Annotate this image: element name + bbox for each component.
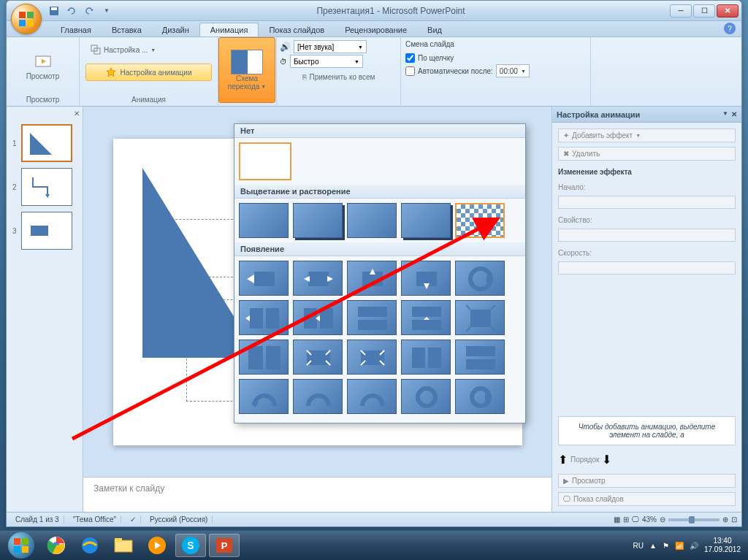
transition-item[interactable] <box>347 379 397 414</box>
panel-close-icon[interactable]: ✕ <box>74 110 80 118</box>
ie-icon[interactable] <box>75 534 105 557</box>
start-dropdown[interactable] <box>558 196 736 209</box>
custom-animation-button[interactable]: Настройка анимации <box>85 64 212 81</box>
svg-text:P: P <box>221 540 228 551</box>
transition-item[interactable] <box>455 300 505 335</box>
taskpane-dropdown-icon[interactable]: ▼ <box>722 110 728 118</box>
transition-item[interactable] <box>239 379 289 414</box>
office-button[interactable] <box>11 4 42 34</box>
tab-insert[interactable]: Вставка <box>102 23 152 37</box>
preview-button[interactable]: Просмотр <box>9 39 76 94</box>
transition-item[interactable] <box>239 300 289 335</box>
zoom-out-icon[interactable]: ⊖ <box>660 515 665 523</box>
transition-none[interactable] <box>239 142 291 180</box>
transition-item[interactable] <box>401 261 451 296</box>
reorder-up-icon[interactable]: ⬆ <box>558 453 568 467</box>
svg-rect-22 <box>412 320 441 330</box>
slideshow-button[interactable]: 🖵Показ слайдов <box>558 492 736 506</box>
tab-home[interactable]: Главная <box>50 23 102 37</box>
transition-item[interactable] <box>401 340 451 375</box>
slide-thumb-3[interactable] <box>21 212 72 250</box>
tray-network-icon[interactable]: 📶 <box>675 542 684 550</box>
tab-animation[interactable]: Анимация <box>199 23 259 37</box>
transition-item[interactable] <box>347 300 397 335</box>
transition-dissolve[interactable] <box>455 203 505 238</box>
view-slideshow-icon[interactable]: 🖵 <box>632 515 639 523</box>
transition-item[interactable] <box>401 300 451 335</box>
transition-item[interactable] <box>239 261 289 296</box>
remove-effect-button[interactable]: ✖ Удалить <box>558 147 736 161</box>
svg-rect-24 <box>248 346 263 369</box>
transition-item[interactable] <box>455 340 505 375</box>
property-dropdown[interactable] <box>558 229 736 242</box>
transition-scheme-button[interactable]: Схема перехода▼ <box>218 37 275 103</box>
transition-item[interactable] <box>401 379 451 414</box>
tab-slideshow[interactable]: Показ слайдов <box>259 23 335 37</box>
redo-icon[interactable] <box>83 4 96 18</box>
spellcheck-icon[interactable]: ✓ <box>126 515 141 523</box>
maximize-button[interactable]: ☐ <box>693 4 715 18</box>
transition-sound-dropdown[interactable]: [Нет звука]▼ <box>294 40 367 53</box>
svg-rect-28 <box>412 348 425 368</box>
transition-item[interactable] <box>293 379 343 414</box>
tray-clock[interactable]: 13:40 17.09.2012 <box>704 537 741 554</box>
powerpoint-taskbar-icon[interactable]: P <box>209 534 240 557</box>
apply-to-all-button[interactable]: ⎘ Применить ко всем <box>280 69 397 84</box>
svg-rect-26 <box>307 350 330 365</box>
transition-fade-2[interactable] <box>293 203 343 238</box>
tab-view[interactable]: Вид <box>417 23 452 37</box>
language-label[interactable]: Русский (Россия) <box>145 515 213 523</box>
tray-arrow-icon[interactable]: ▲ <box>649 542 657 550</box>
on-click-checkbox[interactable] <box>405 53 415 63</box>
transition-item[interactable] <box>293 300 343 335</box>
start-button[interactable] <box>3 532 39 559</box>
fit-to-window-icon[interactable]: ⊡ <box>731 515 737 523</box>
tray-flag-icon[interactable]: ⚑ <box>663 542 669 550</box>
tab-design[interactable]: Дизайн <box>152 23 199 37</box>
play-button[interactable]: ▶Просмотр <box>558 474 736 488</box>
transition-speed-dropdown[interactable]: Быстро▼ <box>290 55 363 68</box>
tray-volume-icon[interactable]: 🔊 <box>690 542 698 550</box>
transition-fade-1[interactable] <box>239 203 289 238</box>
svg-rect-38 <box>22 546 28 553</box>
view-normal-icon[interactable]: ▦ <box>614 515 620 523</box>
transition-item[interactable] <box>455 379 505 414</box>
wmp-icon[interactable] <box>142 534 172 557</box>
notes-area[interactable]: Заметки к слайду <box>83 477 552 512</box>
chrome-icon[interactable] <box>41 534 72 557</box>
zoom-in-icon[interactable]: ⊕ <box>722 515 728 523</box>
minimize-button[interactable]: ─ <box>670 4 692 18</box>
tray-lang[interactable]: RU <box>633 542 644 550</box>
transition-item[interactable] <box>293 261 343 296</box>
transition-item[interactable] <box>347 340 397 375</box>
transition-item[interactable] <box>293 340 343 375</box>
tab-review[interactable]: Рецензирование <box>335 23 417 37</box>
speed-dropdown[interactable] <box>558 261 736 275</box>
transition-fade-4[interactable] <box>401 203 451 238</box>
auto-after-checkbox[interactable] <box>405 66 415 76</box>
close-button[interactable]: ✕ <box>717 4 739 18</box>
explorer-icon[interactable] <box>108 534 139 557</box>
taskpane-close-icon[interactable]: ✕ <box>731 110 737 118</box>
slide-thumb-1[interactable] <box>21 124 72 162</box>
animate-dropdown[interactable]: Настройка ...▼ <box>85 42 161 58</box>
add-effect-button[interactable]: ✦ Добавить эффект▼ <box>558 129 736 142</box>
help-icon[interactable]: ? <box>724 23 736 34</box>
skype-icon[interactable]: S <box>175 534 206 557</box>
transition-item[interactable] <box>347 261 397 296</box>
statusbar: Слайд 1 из 3 "Тема Office" ✓ Русский (Ро… <box>7 512 741 526</box>
slide-thumb-2[interactable] <box>21 168 72 206</box>
svg-rect-29 <box>428 348 441 368</box>
transition-item[interactable] <box>455 261 505 296</box>
qat-dropdown-icon[interactable]: ▼ <box>100 4 113 18</box>
auto-after-time-input[interactable]: 00:00▼ <box>496 64 530 77</box>
transition-item[interactable] <box>239 340 289 375</box>
zoom-slider[interactable] <box>668 518 720 521</box>
save-icon[interactable] <box>47 4 61 18</box>
reorder-down-icon[interactable]: ⬇ <box>602 453 611 467</box>
powerpoint-window: ▼ Презентация1 - Microsoft PowerPoint ─ … <box>6 0 742 527</box>
svg-point-32 <box>418 388 435 406</box>
undo-icon[interactable] <box>65 4 78 18</box>
transition-fade-3[interactable] <box>347 203 397 238</box>
view-sorter-icon[interactable]: ⊞ <box>623 515 629 523</box>
